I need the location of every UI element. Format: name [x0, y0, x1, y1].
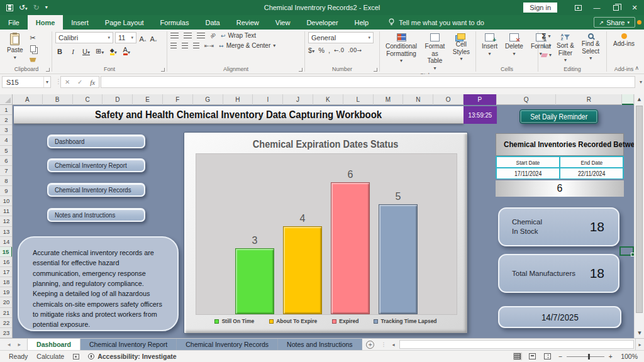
accounting-format-icon[interactable]: $▾ — [308, 47, 314, 54]
collapse-ribbon-icon[interactable]: ∧ — [635, 65, 639, 71]
vertical-scroll-thumb[interactable] — [636, 106, 643, 313]
zoom-in-icon[interactable]: + — [609, 353, 613, 360]
cell-styles-button[interactable]: Cell Styles ▾ — [450, 32, 472, 63]
font-color-icon[interactable]: A▾ — [122, 45, 131, 55]
zoom-slider[interactable] — [567, 356, 604, 357]
paste-button[interactable]: Paste ▾ — [4, 32, 26, 62]
sheet-tab-notes-and-instructions[interactable]: Notes and Instructions — [278, 339, 362, 350]
accessibility-status[interactable]: Accessibility: Investigate — [88, 353, 176, 360]
macro-record-icon[interactable] — [73, 354, 79, 359]
row-header-14[interactable]: 14 — [0, 237, 13, 247]
conditional-formatting-button[interactable]: Conditional Formatting ▾ — [383, 32, 419, 65]
align-right-icon[interactable] — [193, 43, 199, 48]
column-header-p[interactable]: P — [464, 94, 497, 105]
row-header-17[interactable]: 17 — [0, 267, 13, 277]
format-as-table-button[interactable]: Format as Table ▾ — [422, 32, 448, 72]
column-header-n[interactable]: N — [403, 94, 433, 105]
column-header-q[interactable]: Q — [497, 94, 557, 105]
name-box-dropdown-icon[interactable]: ▾ — [43, 77, 50, 87]
row-header-18[interactable]: 18 — [0, 277, 13, 287]
number-dialog-launcher[interactable] — [374, 68, 377, 72]
menu-tab-developer[interactable]: Developer — [298, 15, 346, 30]
new-sheet-button[interactable]: ＋ — [362, 339, 379, 350]
row-header-12[interactable]: 12 — [0, 216, 13, 226]
tell-me-search[interactable]: Tell me what you want to do — [388, 15, 484, 30]
chart-bar-group-still-on-time[interactable]: 3 — [235, 235, 274, 314]
row-header-19[interactable]: 19 — [0, 287, 13, 297]
row-header-11[interactable]: 11 — [0, 206, 13, 216]
menu-tab-data[interactable]: Data — [197, 15, 228, 30]
format-painter-icon[interactable] — [28, 55, 38, 63]
calculate-button[interactable]: Calculate — [36, 353, 64, 360]
column-header-d[interactable]: D — [103, 94, 133, 105]
row-header-4[interactable]: 4 — [0, 135, 13, 145]
chart-frame[interactable]: Chemical Expiration Dates Status 3465 St… — [184, 132, 468, 334]
wrap-text-button[interactable]: ↩Wrap Text — [221, 32, 256, 39]
chart-bar-group-tracking-time-lapsed[interactable]: 5 — [379, 191, 418, 314]
increase-font-icon[interactable]: A˄ — [138, 33, 147, 43]
number-format-select[interactable]: General▾ — [308, 32, 374, 43]
close-button[interactable]: ✕ — [625, 0, 644, 15]
menu-tab-insert[interactable]: Insert — [63, 15, 97, 30]
row-header-22[interactable]: 22 — [0, 318, 13, 328]
borders-icon[interactable]: ⊞▾ — [95, 45, 104, 55]
menu-tab-review[interactable]: Review — [228, 15, 267, 30]
column-header-j[interactable]: J — [283, 94, 313, 105]
chart-bar-group-about-to-expire[interactable]: 4 — [283, 213, 322, 314]
increase-decimal-icon[interactable]: ←.0 — [334, 47, 344, 53]
sheet-tab-chemical-inventory-records[interactable]: Chemical Inventory Records — [177, 339, 278, 350]
chart-bar-still-on-time[interactable] — [235, 248, 274, 314]
legend-item-tracking-time-lapsed[interactable]: Tracking Time Lapsed — [374, 318, 436, 324]
nav-button-notes-and-instructions[interactable]: Notes and Instructions — [47, 208, 145, 222]
autosum-button[interactable]: Σ▾ — [541, 32, 552, 40]
hscroll-left-icon[interactable]: ◂ — [389, 339, 398, 350]
clipboard-dialog-launcher[interactable] — [46, 68, 50, 72]
expand-formula-bar-icon[interactable]: ▾ — [640, 79, 642, 85]
delete-cells-button[interactable]: ✕ Delete▾ — [502, 32, 526, 58]
recorded-count-cell[interactable]: 6 — [496, 180, 624, 197]
zoom-slider-thumb[interactable] — [588, 354, 590, 359]
column-header-o[interactable]: O — [433, 94, 464, 105]
legend-item-still-on-time[interactable]: Still On Time — [214, 318, 254, 324]
font-family-select[interactable]: Calibri▾ — [55, 32, 113, 43]
bold-icon[interactable]: B — [55, 45, 64, 55]
row-header-23[interactable]: 23 — [0, 328, 13, 338]
row-header-8[interactable]: 8 — [0, 176, 13, 186]
sheet-tab-dashboard[interactable]: Dashboard — [27, 339, 80, 350]
align-top-icon[interactable] — [170, 33, 179, 38]
share-button[interactable]: ↗ Share ▾ — [594, 17, 635, 28]
row-header-7[interactable]: 7 — [0, 166, 13, 176]
font-size-select[interactable]: 11▾ — [115, 32, 136, 43]
column-header-partial[interactable] — [622, 94, 633, 105]
column-header-e[interactable]: E — [133, 94, 163, 105]
enter-icon[interactable]: ✓ — [77, 79, 82, 85]
column-header-r[interactable]: R — [556, 94, 622, 105]
hscroll-right-icon[interactable]: ▸ — [635, 339, 644, 350]
nav-button-chemical-inventory-records[interactable]: Chemical Inventory Records — [47, 183, 145, 197]
sign-in-button[interactable]: Sign in — [523, 3, 557, 13]
legend-item-expired[interactable]: Expired — [332, 318, 358, 324]
copy-icon[interactable] — [28, 44, 38, 53]
italic-icon[interactable]: I — [69, 45, 77, 55]
vertical-scrollbar[interactable]: ▲ ▼ — [634, 94, 644, 338]
decrease-decimal-icon[interactable]: .00→ — [348, 47, 362, 53]
cancel-icon[interactable]: ✕ — [65, 79, 70, 85]
row-header-21[interactable]: 21 — [0, 308, 13, 318]
find-select-button[interactable]: Find & Select ▾ — [579, 32, 602, 62]
normal-view-button[interactable] — [513, 353, 522, 360]
orientation-icon[interactable]: ab — [209, 31, 217, 40]
zoom-out-icon[interactable]: − — [558, 353, 562, 360]
row-header-16[interactable]: 16 — [0, 257, 13, 267]
row-header-9[interactable]: 9 — [0, 186, 13, 196]
restore-button[interactable] — [606, 0, 625, 15]
save-icon[interactable] — [6, 4, 13, 11]
horizontal-scrollbar[interactable] — [399, 340, 634, 349]
scroll-up-icon[interactable]: ▲ — [635, 94, 644, 104]
fill-color-icon[interactable]: ◆▾ — [109, 45, 118, 55]
underline-icon[interactable]: U▾ — [82, 45, 91, 55]
prev-sheet-icon[interactable]: ◂ — [8, 341, 11, 348]
tab-scroll-divider[interactable]: ⋮ — [379, 339, 389, 350]
end-date-value[interactable]: 22/11/2024 — [560, 168, 623, 179]
row-header-15[interactable]: 15 — [0, 247, 13, 257]
page-break-view-button[interactable] — [543, 353, 552, 360]
